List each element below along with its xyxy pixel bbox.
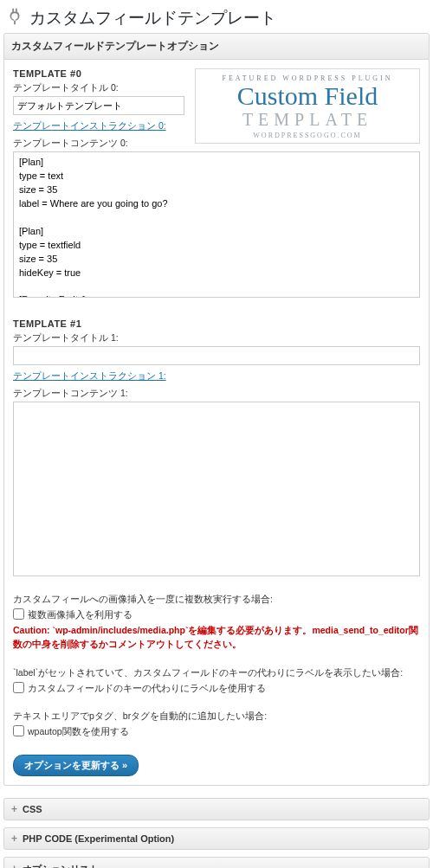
options-panel-body: TEMPLATE #0 テンプレートタイトル 0: テンプレートインストラクショ… [3, 60, 430, 786]
promo-banner: FEATURED WORDPRESS PLUGIN Custom Field T… [195, 68, 420, 144]
expand-icon: + [11, 804, 17, 814]
page-header: カスタムフィールドテンプレート [3, 5, 430, 33]
template-0-heading: TEMPLATE #0 [13, 68, 186, 79]
template-0-block: TEMPLATE #0 テンプレートタイトル 0: テンプレートインストラクショ… [13, 68, 420, 151]
opt-multi-insert-label: 複数画像挿入を利用する [28, 608, 132, 621]
template-0-instruction-link[interactable]: テンプレートインストラクション 0: [13, 120, 166, 132]
options-panel-header: カスタムフィールドテンプレートオプション [3, 33, 430, 60]
opt-multi-insert-caution: Caution: `wp-admin/includes/media.php`を編… [13, 623, 420, 652]
submit-row: オプションを更新する » [13, 755, 420, 776]
opt-label-row[interactable]: カスタムフィールドのキーの代わりにラベルを使用する [13, 681, 420, 695]
accordion-option-list[interactable]: + オプションリスト [3, 857, 430, 868]
expand-icon: + [11, 833, 17, 844]
promo-line3: TEMPLATE [199, 110, 416, 130]
opt-multi-insert-row[interactable]: 複数画像挿入を利用する [13, 608, 420, 621]
template-0-title-input[interactable] [13, 96, 184, 115]
template-1-content-label: テンプレートコンテンツ 1: [13, 388, 420, 400]
plugin-icon [5, 7, 24, 29]
template-0-content-label: テンプレートコンテンツ 0: [13, 138, 186, 150]
opt-multi-insert: カスタムフィールへの画像挿入を一度に複数枚実行する場合: 複数画像挿入を利用する… [13, 592, 420, 652]
options-panel-title: カスタムフィールドテンプレートオプション [11, 40, 219, 52]
opt-wpautop-checkbox[interactable] [13, 725, 24, 736]
opt-multi-insert-intro: カスタムフィールへの画像挿入を一度に複数枚実行する場合: [13, 592, 420, 606]
opt-wpautop-row[interactable]: wpautop関数を使用する [13, 724, 420, 738]
template-1-title-input[interactable] [13, 346, 420, 365]
page-title: カスタムフィールドテンプレート [29, 7, 276, 29]
template-1-title-label: テンプレートタイトル 1: [13, 332, 420, 344]
promo-line2: Custom Field [199, 82, 416, 110]
admin-page: カスタムフィールドテンプレート カスタムフィールドテンプレートオプション TEM… [0, 0, 433, 868]
template-1-content-textarea[interactable] [13, 402, 420, 575]
accordion-php[interactable]: + PHP CODE (Experimental Option) [3, 827, 430, 850]
opt-label: `label`がセットされていて、カスタムフィールドのキーの代わりにラベルを表示… [13, 665, 420, 696]
accordion-css-label: CSS [23, 804, 42, 814]
promo-line4: WORDPRESSGOGO.COM [199, 132, 416, 139]
expand-icon: + [11, 864, 17, 868]
opt-wpautop-label: wpautop関数を使用する [28, 724, 129, 738]
template-1-instruction-link[interactable]: テンプレートインストラクション 1: [13, 370, 166, 383]
opt-multi-insert-checkbox[interactable] [13, 608, 24, 620]
save-button[interactable]: オプションを更新する » [13, 755, 139, 776]
accordion-php-label: PHP CODE (Experimental Option) [23, 833, 174, 844]
opt-wpautop: テキストエリアでpタグ、brタグを自動的に追加したい場合: wpautop関数を… [13, 709, 420, 739]
template-1-block: TEMPLATE #1 テンプレートタイトル 1: テンプレートインストラクショ… [13, 318, 420, 577]
opt-wpautop-intro: テキストエリアでpタグ、brタグを自動的に追加したい場合: [13, 709, 420, 723]
accordion-option-list-label: オプションリスト [23, 863, 99, 868]
template-0-content-textarea[interactable] [13, 151, 420, 298]
opt-label-intro: `label`がセットされていて、カスタムフィールドのキーの代わりにラベルを表示… [13, 665, 420, 679]
template-0-title-label: テンプレートタイトル 0: [13, 82, 186, 94]
opt-label-checkbox[interactable] [13, 682, 24, 693]
opt-label-label: カスタムフィールドのキーの代わりにラベルを使用する [28, 681, 266, 695]
accordion-css[interactable]: + CSS [3, 798, 430, 820]
template-1-heading: TEMPLATE #1 [13, 318, 420, 329]
